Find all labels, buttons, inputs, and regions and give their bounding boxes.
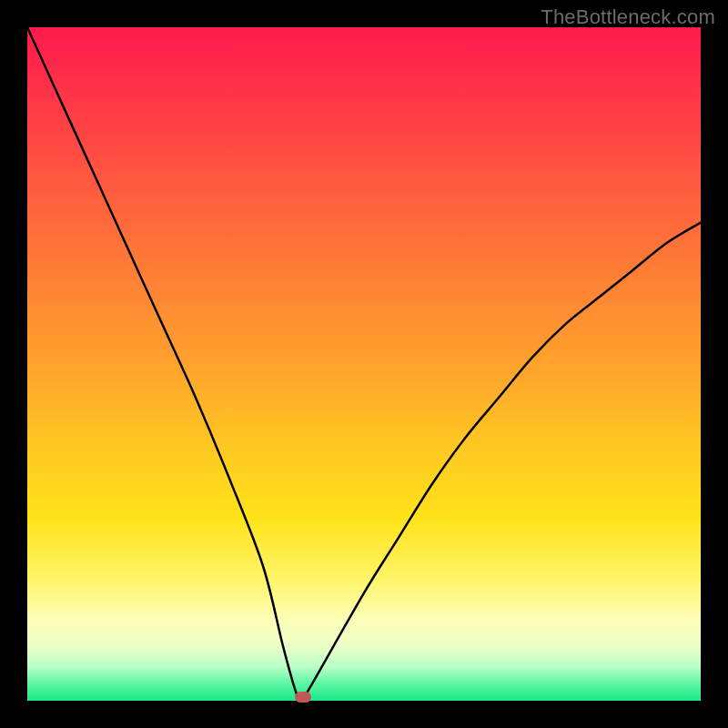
- curve-path: [27, 27, 701, 699]
- plot-area: [27, 27, 701, 701]
- bottleneck-curve: [27, 27, 701, 701]
- watermark-text: TheBottleneck.com: [541, 5, 715, 29]
- minimum-marker-icon: [295, 692, 311, 703]
- chart-frame: TheBottleneck.com: [0, 0, 728, 728]
